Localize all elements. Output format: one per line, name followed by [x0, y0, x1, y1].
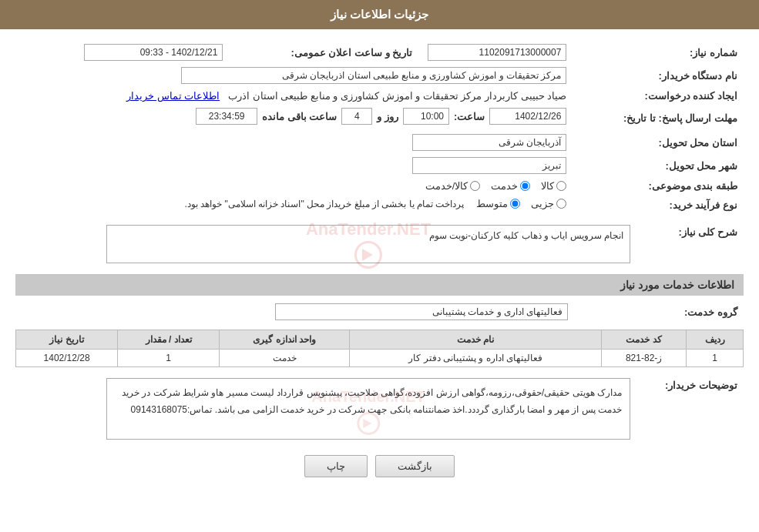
buyer-org-label: نام دستگاه خریدار: [573, 64, 744, 87]
service-group-value: فعالیتهای اداری و خدمات پشتیبانی [275, 303, 568, 320]
process-note: پرداخت تمام یا بخشی از مبلغ خریداز محل "… [184, 199, 464, 209]
print-button[interactable]: چاپ [304, 455, 368, 477]
buttons-row: بازگشت چاپ [15, 455, 744, 477]
page-header: جزئیات اطلاعات نیاز [0, 0, 759, 29]
process-label-jozi: جزیی [531, 198, 554, 209]
process-radio-motavasset[interactable] [510, 199, 520, 209]
delivery-province-label: استان محل تحویل: [573, 131, 744, 154]
deadline-days: 4 [341, 108, 372, 125]
description-value: انجام سرویس ایاب و ذهاب کلیه کارکنان-نوب… [429, 230, 623, 241]
deadline-remain-label: ساعت باقی مانده [262, 111, 337, 122]
page-title: جزئیات اطلاعات نیاز [331, 8, 428, 21]
col-header-code: کد خدمت [601, 330, 686, 350]
category-label-khedmat: خدمت [491, 180, 518, 192]
creator-value: صیاد حبیبی کاربردار مرکز تحقیقات و اموزش… [228, 90, 566, 102]
delivery-province: آذربایجان شرقی [412, 134, 566, 151]
col-header-qty: تعداد / مقدار [118, 330, 220, 350]
process-label: نوع فرآیند خرید: [573, 195, 744, 216]
service-code: ز-82-821 [601, 350, 686, 367]
table-row: 1 ز-82-821 فعالیتهای اداره و پشتیبانی دف… [16, 350, 744, 367]
col-header-row: ردیف [687, 330, 744, 350]
process-radio-jozi[interactable] [556, 199, 566, 209]
deadline-time-label: ساعت: [454, 111, 485, 122]
process-option-motavasset: متوسط [476, 198, 520, 209]
service-table: ردیف کد خدمت نام خدمت واحد اندازه گیری ت… [15, 330, 744, 367]
category-option-kala-khedmat: کالا/خدمت [425, 180, 481, 192]
deadline-label: مهلت ارسال پاسخ: تا تاریخ: [573, 105, 744, 131]
services-section-title: اطلاعات خدمات مورد نیاز [15, 274, 744, 296]
col-header-unit: واحد اندازه گیری [220, 330, 350, 350]
col-header-name: نام خدمت [350, 330, 602, 350]
deadline-day-label: روز و [377, 111, 398, 122]
row-num: 1 [687, 350, 744, 367]
contact-link[interactable]: اطلاعات تماس خریدار [126, 90, 220, 102]
service-group-label: گروه خدمت: [574, 300, 744, 323]
need-number-value: 1102091713000007 [428, 44, 566, 61]
process-radio-group: جزیی متوسط [476, 198, 566, 209]
service-name: فعالیتهای اداره و پشتیبانی دفتر کار [350, 350, 602, 367]
category-label-kala: کالا [541, 180, 554, 192]
deadline-remain: 23:34:59 [196, 108, 257, 125]
back-button[interactable]: بازگشت [375, 455, 455, 477]
category-option-khedmat: خدمت [491, 180, 530, 192]
need-number-label: شماره نیاز: [573, 41, 744, 64]
category-radio-kala-khedmat[interactable] [470, 181, 480, 191]
category-radio-kala[interactable] [556, 181, 566, 191]
delivery-city-label: شهر محل تحویل: [573, 154, 744, 177]
process-label-motavasset: متوسط [476, 198, 508, 209]
need-date: 1402/12/28 [16, 350, 118, 367]
unit: خدمت [220, 350, 350, 367]
delivery-city: تبریز [412, 157, 566, 174]
quantity: 1 [118, 350, 220, 367]
category-radio-khedmat[interactable] [520, 181, 530, 191]
buyer-notes-label: توضیحات خریدار: [636, 375, 744, 443]
col-header-date: تاریخ نیاز [16, 330, 118, 350]
description-label: شرح کلی نیاز: [636, 222, 744, 266]
creator-label: ایجاد کننده درخواست: [573, 87, 744, 105]
category-option-kala: کالا [541, 180, 566, 192]
announce-time-value: 1402/12/21 - 09:33 [84, 44, 223, 61]
process-option-jozi: جزیی [531, 198, 566, 209]
deadline-date: 1402/12/26 [489, 108, 566, 125]
category-label-kala-khedmat: کالا/خدمت [425, 180, 468, 192]
buyer-org-value: مرکز تحقیقات و اموزش کشاورزی و منابع طبی… [181, 67, 566, 84]
category-radio-group: کالا خدمت کالا/خدمت [22, 180, 566, 192]
category-label: طبقه بندی موضوعی: [573, 177, 744, 195]
buyer-notes-value: مدارک هویتی حقیقی/حقوقی،رزومه،گواهی ارزش… [122, 387, 622, 415]
announce-time-label: تاریخ و ساعت اعلان عمومی: [229, 41, 418, 64]
deadline-time: 10:00 [403, 108, 449, 125]
